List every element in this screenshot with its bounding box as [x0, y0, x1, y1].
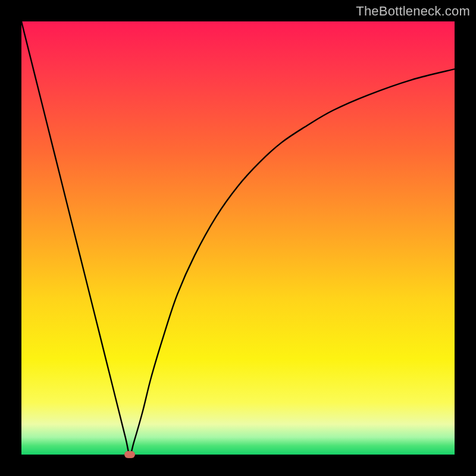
watermark-text: TheBottleneck.com — [356, 4, 470, 19]
plot-area — [21, 21, 455, 455]
minimum-marker — [124, 451, 135, 458]
curve-svg — [21, 21, 455, 455]
chart-frame: TheBottleneck.com — [0, 0, 476, 476]
bottleneck-curve — [21, 21, 455, 455]
